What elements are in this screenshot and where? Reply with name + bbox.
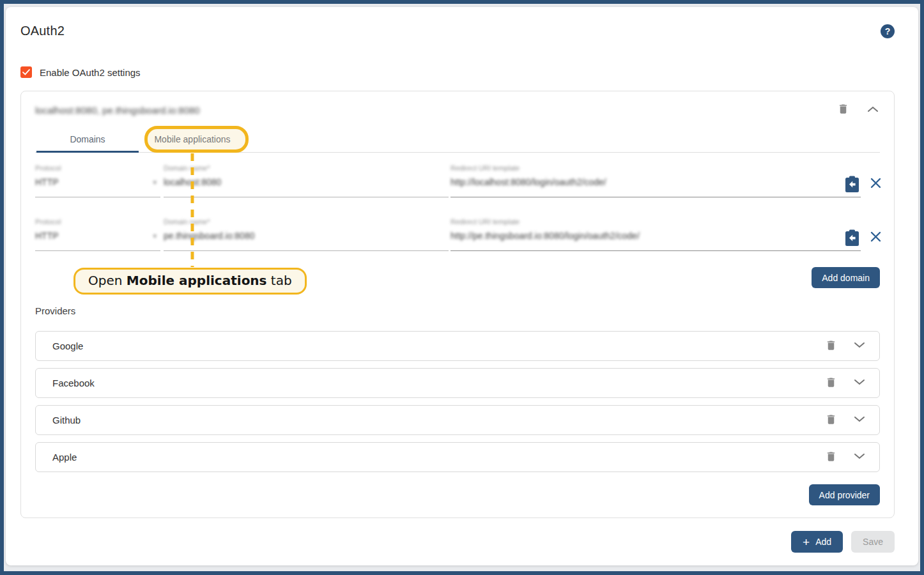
tutorial-callout: Open Mobile applications tab [73, 268, 307, 295]
clipboard-copy-icon [845, 176, 859, 195]
domain-card-title: localhost:8080, pe.thingsboard.io:8080 [35, 105, 200, 116]
protocol-select[interactable]: Protocol HTTP▾ [35, 215, 160, 251]
trash-icon [837, 102, 849, 118]
domain-settings-card: localhost:8080, pe.thingsboard.io:8080 [20, 91, 895, 518]
chevron-up-icon [867, 105, 879, 115]
app-background: OAuth2 ? Enable OAuth2 settings localhos… [4, 4, 920, 571]
protocol-select[interactable]: Protocol HTTP▾ [35, 162, 160, 197]
add-provider-button[interactable]: Add provider [809, 484, 880, 505]
provider-list: Google Facebook Github [35, 331, 880, 472]
delete-provider-button[interactable] [824, 448, 838, 466]
copy-redirect-uri-button[interactable] [845, 176, 859, 195]
provider-row-facebook[interactable]: Facebook [35, 368, 880, 398]
trash-icon [825, 376, 837, 391]
clipboard-copy-icon [845, 229, 859, 249]
chevron-down-icon [854, 415, 865, 425]
domain-card-header: localhost:8080, pe.thingsboard.io:8080 [35, 102, 880, 118]
chevron-down-icon [854, 378, 865, 388]
page-footer: + Add Save [20, 531, 895, 553]
provider-name: Apple [52, 452, 77, 463]
enable-oauth2-label: Enable OAuth2 settings [40, 67, 141, 78]
domain-row: Protocol HTTP▾ Domain name* localhost:80… [35, 162, 880, 197]
trash-icon [825, 413, 837, 428]
delete-provider-button[interactable] [824, 411, 838, 429]
page-header: OAuth2 ? [20, 7, 895, 38]
provider-name: Facebook [52, 378, 95, 388]
delete-domain-card-button[interactable] [836, 101, 851, 119]
redirect-uri-field[interactable]: Redirect URI template http://localhost:8… [450, 162, 861, 197]
trash-icon [825, 450, 837, 465]
expand-provider-button[interactable] [852, 340, 866, 352]
expand-provider-button[interactable] [852, 414, 866, 426]
domain-row: Protocol HTTP▾ Domain name* pe.thingsboa… [35, 215, 880, 251]
collapse-card-button[interactable] [866, 104, 880, 116]
dropdown-arrow-icon: ▾ [153, 176, 157, 188]
domain-card-tabs: Domains Mobile applications Open Mobile … [35, 126, 880, 153]
providers-section-label: Providers [35, 305, 880, 316]
tab-domains[interactable]: Domains [35, 126, 140, 152]
provider-row-apple[interactable]: Apple [35, 442, 880, 472]
tab-mobile-applications[interactable]: Mobile applications Open Mobile applicat… [140, 126, 245, 152]
provider-row-github[interactable]: Github [35, 405, 880, 435]
redirect-uri-field[interactable]: Redirect URI template http://pe.thingsbo… [450, 215, 861, 251]
close-icon [870, 177, 882, 191]
trash-icon [825, 339, 837, 354]
domain-name-input[interactable]: Domain name* pe.thingsboard.io:8080 [164, 215, 449, 251]
oauth2-settings-page: OAuth2 ? Enable OAuth2 settings localhos… [6, 7, 918, 565]
add-domain-button[interactable]: Add domain [812, 267, 880, 288]
copy-redirect-uri-button[interactable] [845, 229, 859, 249]
provider-row-google[interactable]: Google [35, 331, 880, 361]
dropdown-arrow-icon: ▾ [153, 230, 157, 241]
enable-oauth2-checkbox-row[interactable]: Enable OAuth2 settings [20, 66, 895, 78]
provider-name: Github [52, 415, 81, 425]
active-tab-underline [36, 151, 139, 153]
remove-domain-button[interactable] [870, 231, 886, 245]
save-button[interactable]: Save [851, 531, 895, 553]
page-title: OAuth2 [20, 24, 65, 38]
expand-provider-button[interactable] [852, 451, 866, 463]
delete-provider-button[interactable] [824, 374, 838, 392]
plus-icon: + [803, 536, 810, 548]
checkbox-checked-icon[interactable] [20, 66, 32, 78]
close-icon [870, 231, 882, 245]
expand-provider-button[interactable] [852, 377, 866, 389]
help-icon[interactable]: ? [881, 24, 895, 38]
add-button[interactable]: + Add [791, 531, 843, 553]
chevron-down-icon [854, 341, 865, 351]
remove-domain-button[interactable] [870, 177, 886, 191]
chevron-down-icon [854, 452, 865, 462]
domain-name-input[interactable]: Domain name* localhost:8080 [164, 162, 449, 197]
provider-name: Google [52, 341, 83, 351]
delete-provider-button[interactable] [824, 337, 838, 355]
